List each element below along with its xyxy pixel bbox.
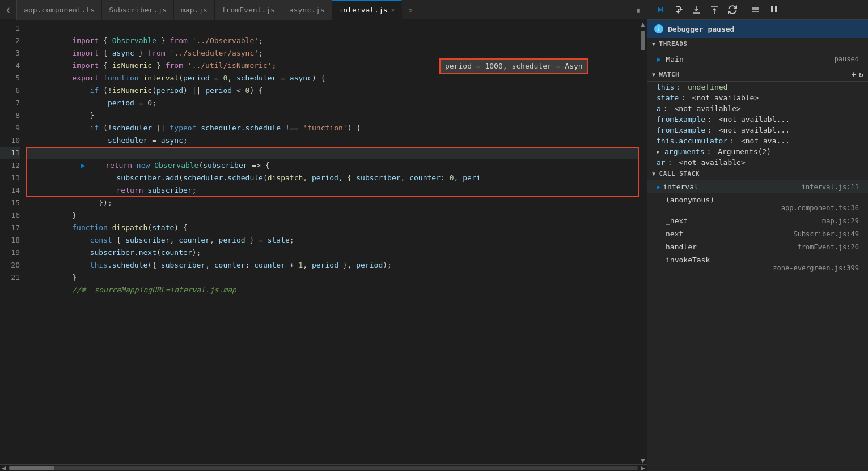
scroll-down-button[interactable]: ▼ — [639, 456, 647, 464]
tab-bar: ❮ app.component.ts Subscriber.js map.js … — [0, 0, 647, 20]
watch-add-icon[interactable]: + — [852, 70, 857, 79]
threads-label: Threads — [659, 40, 688, 48]
tab-close-icon[interactable]: ✕ — [391, 6, 395, 14]
callstack-fn-name: handler — [657, 243, 697, 251]
scroll-thumb[interactable] — [641, 31, 645, 50]
threads-header[interactable]: ▼ Threads — [647, 38, 868, 50]
code-line-3: import { isNumeric } from '../util/isNum… — [26, 47, 639, 60]
tab-async[interactable]: async.js — [282, 0, 332, 20]
watch-item-a: a : <not available> — [647, 103, 868, 114]
callstack-item-next[interactable]: _next map.js:29 — [647, 214, 868, 227]
callstack-item-handler[interactable]: handler fromEvent.js:20 — [647, 240, 868, 253]
scroll-track[interactable] — [639, 28, 647, 456]
vertical-scrollbar[interactable]: ▲ ▼ — [639, 20, 647, 464]
threads-section: ▼ Threads ▶ Main paused — [647, 38, 868, 67]
debugger-banner: i Debugger paused — [647, 20, 868, 38]
callstack-sublocation: zone-evergreen.js:399 — [657, 264, 859, 272]
code-line-7: } — [26, 97, 639, 109]
code-line-20: } — [26, 259, 639, 271]
debug-continue-button[interactable] — [652, 2, 668, 18]
debug-step-out-button[interactable] — [706, 2, 722, 18]
debug-toolbar — [647, 0, 868, 20]
scroll-right-button[interactable]: ▶ — [639, 465, 647, 472]
callstack-label: Call Stack — [659, 170, 700, 177]
code-line-10: } — [26, 134, 639, 147]
callstack-fn-name: (anonymous) — [657, 196, 714, 204]
callstack-item-invoketask[interactable]: invokeTask zone-evergreen.js:399 — [647, 253, 868, 274]
threads-collapse-icon: ▼ — [652, 41, 656, 47]
code-line-2: import { async } from '../scheduler/asyn… — [26, 35, 639, 47]
watch-item-state: state : <not available> — [647, 92, 868, 103]
callstack-item-next2[interactable]: next Subscriber.js:49 — [647, 227, 868, 240]
code-line-8: if (!scheduler || typeof scheduler.sched… — [26, 109, 639, 122]
callstack-item-anonymous[interactable]: (anonymous) app.component.ts:36 — [647, 193, 868, 214]
debug-pause-button[interactable] — [766, 2, 782, 18]
split-editor-button[interactable]: ▮ — [630, 0, 647, 20]
code-line-12: subscriber.add(scheduler.schedule(dispat… — [26, 159, 639, 172]
sidebar-toggle[interactable]: ❮ — [0, 0, 17, 20]
debug-step-over-button[interactable] — [670, 2, 686, 18]
watch-label: Watch — [659, 71, 680, 78]
watch-section: ▼ Watch + ↻ this : undefined state : <no… — [647, 67, 868, 168]
tab-interval[interactable]: interval.js ✕ — [332, 0, 403, 20]
code-line-6: period = 0; — [26, 84, 639, 97]
code-line-13: return subscriber; — [26, 172, 639, 184]
code-line-4: export function interval(period = 0, sch… — [26, 60, 639, 72]
callstack-header[interactable]: ▼ Call Stack — [647, 168, 868, 180]
thread-active-icon: ▶ — [657, 54, 661, 63]
tab-fromevent[interactable]: fromEvent.js — [215, 0, 282, 20]
horizontal-scrollbar[interactable]: ◀ ▶ — [0, 464, 647, 471]
h-scroll-track[interactable] — [9, 466, 638, 470]
watch-item-this: this : undefined — [647, 82, 868, 92]
debug-tooltip: period = 1000, scheduler = Asyn — [439, 58, 588, 74]
svg-rect-1 — [771, 6, 773, 12]
debug-restart-button[interactable] — [725, 2, 740, 18]
watch-item-fromexample2: fromExample : <not availabl... — [647, 125, 868, 135]
scroll-up-button[interactable]: ▲ — [639, 20, 647, 28]
callstack-location: fromEvent.js:20 — [798, 243, 859, 251]
threads-content: ▶ Main paused — [647, 50, 868, 67]
svg-rect-0 — [662, 7, 663, 12]
scroll-left-button[interactable]: ◀ — [0, 465, 8, 472]
callstack-section: ▼ Call Stack ▶ interval interval.js:11 (… — [647, 168, 868, 471]
watch-refresh-icon[interactable]: ↻ — [859, 70, 863, 79]
debug-disconnect-button[interactable] — [748, 2, 764, 18]
thread-name: Main — [666, 55, 683, 63]
callstack-fn-name: _next — [657, 217, 688, 225]
callstack-active-icon: ▶ — [657, 183, 660, 191]
watch-collapse-icon: ▼ — [652, 71, 656, 78]
tab-map[interactable]: map.js — [174, 0, 215, 20]
code-line-17: const { subscriber, counter, period } = … — [26, 222, 639, 234]
tab-label: async.js — [289, 6, 325, 14]
callstack-item-interval[interactable]: ▶ interval interval.js:11 — [647, 180, 868, 193]
code-content: import { Observable } from '../Observabl… — [26, 20, 639, 464]
tab-label: fromEvent.js — [222, 6, 275, 14]
code-line-18: subscriber.next(counter); — [26, 234, 639, 247]
callstack-collapse-icon: ▼ — [652, 171, 656, 177]
callstack-fn-name: next — [657, 230, 683, 238]
callstack-sublocation: app.component.ts:36 — [657, 204, 859, 212]
code-line-15: } — [26, 197, 639, 209]
code-line-16: function dispatch(state) { — [26, 209, 639, 222]
h-scroll-thumb[interactable] — [9, 466, 54, 470]
watch-content: this : undefined state : <not available>… — [647, 82, 868, 168]
code-line-1: import { Observable } from '../Observabl… — [26, 22, 639, 35]
watch-item-fromexample1: fromExample : <not availabl... — [647, 114, 868, 125]
watch-header[interactable]: ▼ Watch + ↻ — [647, 67, 868, 82]
callstack-location: map.js:29 — [822, 217, 859, 225]
callstack-fn-name: interval — [663, 183, 698, 191]
tab-overflow-button[interactable]: » — [402, 0, 419, 20]
tab-label: Subscriber.js — [109, 6, 167, 14]
svg-rect-2 — [775, 6, 777, 12]
tab-label: map.js — [181, 6, 208, 14]
debug-step-into-button[interactable] — [688, 2, 704, 18]
thread-main[interactable]: ▶ Main paused — [647, 53, 868, 65]
tab-subscriber[interactable]: Subscriber.js — [102, 0, 174, 20]
tab-app-component[interactable]: app.component.ts — [17, 0, 102, 20]
watch-item-ar: ar : <not available> — [647, 157, 868, 168]
code-line-14: }); — [26, 184, 639, 197]
code-editor: 12345 678910 11 12131415 1617181920 21 i… — [0, 20, 639, 464]
thread-status: paused — [835, 55, 859, 63]
callstack-location: interval.js:11 — [802, 183, 859, 191]
code-line-19: this.schedule({ subscriber, counter: cou… — [26, 247, 639, 259]
